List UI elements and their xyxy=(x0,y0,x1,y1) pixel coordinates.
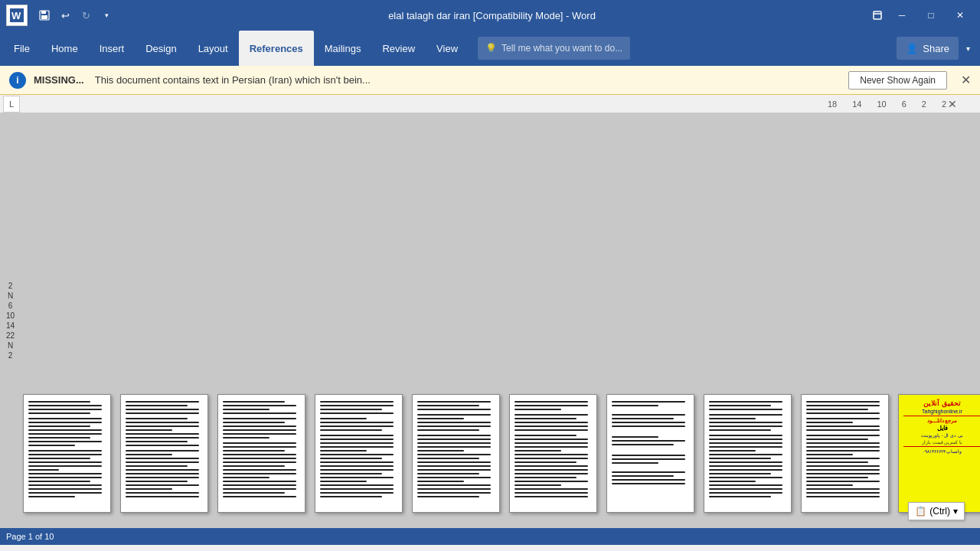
ad-line2: فایل xyxy=(903,425,980,432)
window-controls: ─ □ ✕ xyxy=(868,5,974,26)
maximize-button[interactable]: □ xyxy=(917,5,945,26)
word-icon: W xyxy=(6,5,28,26)
ruler-marks: 18 14 10 6 2 2 ✕ xyxy=(20,98,980,110)
notification-close-button[interactable]: ✕ xyxy=(961,74,971,86)
ruler-toggle[interactable]: L xyxy=(3,96,20,112)
page-thumbnail-3[interactable] xyxy=(217,394,305,513)
document-title: elal talagh dar iran [Compatibility Mode… xyxy=(116,10,868,21)
ad-line1: مرجع دانلـــود xyxy=(903,418,980,424)
page-thumbnail-1[interactable] xyxy=(23,394,111,513)
tab-insert[interactable]: Insert xyxy=(89,31,136,66)
ad-line4: با کمترین قیمت بازار xyxy=(903,439,980,445)
share-person-icon: 👤 xyxy=(906,43,918,54)
minimize-button[interactable]: ─ xyxy=(888,5,916,26)
title-bar-left: W ↩ ↻ ▾ xyxy=(6,5,116,26)
svg-text:W: W xyxy=(11,10,21,21)
lightbulb-icon: 💡 xyxy=(485,43,497,54)
info-icon: i xyxy=(9,72,26,89)
never-show-again-button[interactable]: Never Show Again xyxy=(848,71,947,90)
undo-button[interactable]: ↩ xyxy=(56,6,74,24)
tab-mailings[interactable]: Mailings xyxy=(314,31,372,66)
missing-label: MISSING... xyxy=(34,74,84,86)
tell-me-search[interactable]: 💡 Tell me what you want to do... xyxy=(478,37,630,60)
close-button[interactable]: ✕ xyxy=(946,5,974,26)
document-canvas: 2 N 6 10 14 22 N 2 xyxy=(0,113,980,528)
redo-button[interactable]: ↻ xyxy=(77,6,95,24)
paste-icon: 📋 xyxy=(915,506,926,517)
page-thumbnail-8[interactable] xyxy=(704,394,792,513)
ad-website: Tahghighonline.ir xyxy=(903,409,980,414)
title-bar: W ↩ ↻ ▾ elal talagh dar iran [Compatibil… xyxy=(0,0,980,31)
tab-layout[interactable]: Layout xyxy=(188,31,239,66)
notification-bar: i MISSING... This document contains text… xyxy=(0,66,980,95)
svg-rect-3 xyxy=(41,11,46,14)
ribbon-expand-button[interactable]: ▾ xyxy=(959,37,977,60)
ad-phone: واتساپ ۰۹۸۱۳۶۶۶۲۴ xyxy=(903,448,980,454)
ruler-area: L 18 14 10 6 2 2 ✕ xyxy=(0,95,980,113)
save-button[interactable] xyxy=(35,6,54,24)
tab-review[interactable]: Review xyxy=(371,31,426,66)
tab-home[interactable]: Home xyxy=(41,31,89,66)
share-button[interactable]: 👤 Share xyxy=(897,37,959,60)
notification-message: This document contains text in Persian (… xyxy=(95,74,841,86)
ad-line3: بی دی ال - پاورپوینت xyxy=(903,432,980,438)
page-thumbnail-9[interactable] xyxy=(801,394,889,513)
paste-options-popup[interactable]: 📋 (Ctrl) ▾ xyxy=(908,502,965,520)
ribbon-collapse-button[interactable] xyxy=(868,6,887,24)
quick-access-toolbar: ↩ ↻ ▾ xyxy=(35,6,116,24)
page-thumbnail-10[interactable]: تحقیق آنلاین Tahghighonline.ir مرجع دانل… xyxy=(898,394,980,513)
page-side-numbers: 2 N 6 10 14 22 N 2 xyxy=(6,282,15,360)
customize-button[interactable]: ▾ xyxy=(97,6,116,24)
tab-view[interactable]: View xyxy=(426,31,469,66)
svg-rect-5 xyxy=(874,11,881,19)
pages-row: تحقیق آنلاین Tahghighonline.ir مرجع دانل… xyxy=(23,394,980,513)
ad-title: تحقیق آنلاین xyxy=(903,399,980,407)
ribbon: File Home Insert Design Layout Reference… xyxy=(0,31,980,66)
status-text: Page 1 of 10 xyxy=(6,532,54,541)
tab-references[interactable]: References xyxy=(239,31,314,66)
page-thumbnail-7[interactable] xyxy=(606,394,694,513)
status-bar: Page 1 of 10 xyxy=(0,528,980,545)
ctrl-dropdown-icon[interactable]: ▾ xyxy=(953,506,958,517)
page-thumbnail-4[interactable] xyxy=(315,394,403,513)
page-thumbnail-2[interactable] xyxy=(120,394,208,513)
share-label: Share xyxy=(923,43,949,54)
tab-file[interactable]: File xyxy=(3,31,41,66)
tell-me-label: Tell me what you want to do... xyxy=(501,43,622,54)
tab-design[interactable]: Design xyxy=(135,31,187,66)
page-thumbnail-6[interactable] xyxy=(509,394,597,513)
ctrl-label: (Ctrl) xyxy=(929,506,950,517)
page-thumbnail-5[interactable] xyxy=(412,394,500,513)
svg-rect-4 xyxy=(41,15,47,19)
